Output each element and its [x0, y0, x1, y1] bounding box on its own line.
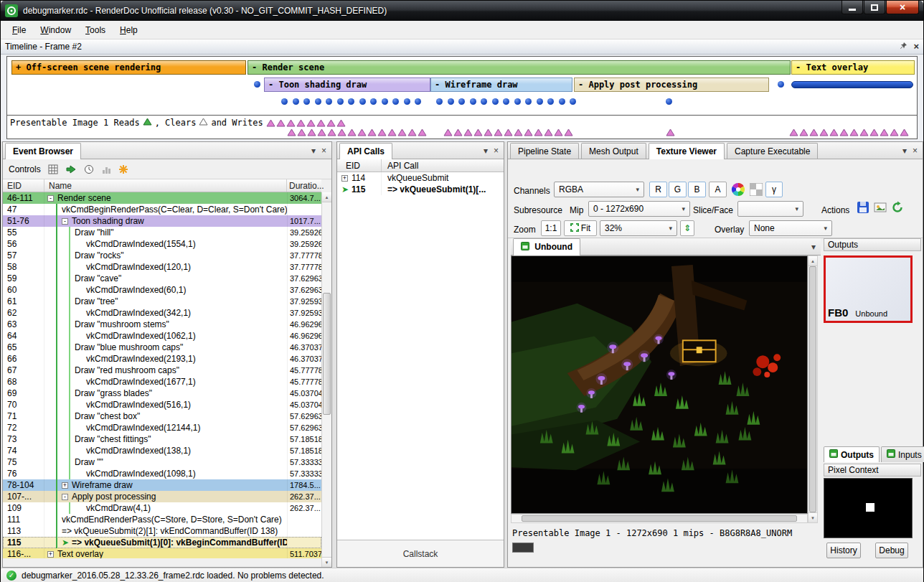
- tree-expander[interactable]: -: [62, 218, 68, 225]
- texture-list-dropdown-icon[interactable]: ▾: [811, 242, 816, 252]
- timeline-drawcall-dot[interactable]: [458, 98, 465, 105]
- event-row[interactable]: 60vkCmdDrawIndexed(60,1)37.62963: [3, 284, 321, 296]
- callstack-section[interactable]: Callstack: [337, 540, 504, 567]
- writes-markers[interactable]: [266, 119, 346, 127]
- tab-outputs[interactable]: Outputs: [824, 446, 880, 462]
- tab-mesh-output[interactable]: Mesh Output: [581, 143, 646, 159]
- timeline-drawcall-dot[interactable]: [570, 98, 576, 105]
- usage-markers[interactable]: [287, 128, 427, 136]
- timeline-drawcall-dot[interactable]: [666, 98, 672, 105]
- timeline-drawcall-dot[interactable]: [392, 98, 399, 105]
- scroll-up-icon[interactable]: ▲: [322, 192, 331, 202]
- timeline-bar[interactable]: - Apply post processing: [574, 78, 769, 92]
- event-row[interactable]: 71Draw "chest box"57.62963: [3, 410, 321, 422]
- event-row[interactable]: 74vkCmdDrawIndexed(138,1)57.18518: [3, 445, 321, 456]
- texture-preview-image[interactable]: [512, 256, 807, 513]
- timeline-drawcall-dot[interactable]: [281, 98, 288, 105]
- zoom-1-1-button[interactable]: 1:1: [541, 220, 561, 236]
- timeline-drawcall-dot[interactable]: [404, 98, 410, 105]
- column-name[interactable]: Name: [44, 179, 287, 192]
- color-wheel-icon[interactable]: [731, 182, 745, 199]
- tab-pipeline-state[interactable]: Pipeline State: [510, 143, 579, 159]
- timeline-drawcall-dot[interactable]: [315, 98, 321, 105]
- event-browser-scrollbar[interactable]: ▲ ▼: [321, 192, 331, 567]
- debug-button[interactable]: Debug: [875, 543, 908, 558]
- event-row[interactable]: 56vkCmdDrawIndexed(1554,1)39.25926: [3, 238, 321, 250]
- channel-g-button[interactable]: G: [669, 182, 687, 197]
- timeline-drawcall-dot[interactable]: [293, 98, 299, 105]
- zoom-fit-button[interactable]: Fit: [564, 220, 597, 236]
- slice-face-select[interactable]: ▾: [737, 201, 803, 217]
- scroll-down-icon[interactable]: ▼: [808, 512, 817, 522]
- history-button[interactable]: History: [826, 543, 861, 558]
- timeline-drawcall-dot[interactable]: [326, 98, 332, 105]
- filter-grid-icon[interactable]: [48, 164, 58, 174]
- export-image-icon[interactable]: [874, 201, 887, 216]
- usage-markers[interactable]: [443, 128, 573, 136]
- tab-capture-executable[interactable]: Capture Executable: [727, 143, 818, 159]
- scroll-up-icon[interactable]: ▲: [808, 256, 817, 266]
- tree-expander[interactable]: +: [62, 482, 68, 489]
- event-row[interactable]: 75Draw ""57.33333: [3, 456, 321, 468]
- titlebar[interactable]: debugmarker.rdc - RenderDoc Unofficial r…: [1, 1, 923, 21]
- dock-close-icon[interactable]: ×: [913, 146, 918, 156]
- stats-icon[interactable]: [101, 164, 111, 174]
- channel-r-button[interactable]: R: [649, 182, 667, 197]
- timeline-bar[interactable]: - Wireframe draw: [430, 78, 572, 92]
- timeline-bar[interactable]: - Render scene: [248, 60, 791, 75]
- timeline-drawcall-dot[interactable]: [370, 98, 377, 105]
- goto-current-icon[interactable]: [65, 164, 77, 174]
- gamma-button[interactable]: γ: [765, 182, 783, 197]
- tab-api-calls[interactable]: API Calls: [339, 143, 392, 159]
- close-button[interactable]: ×: [886, 1, 919, 14]
- usage-markers[interactable]: [789, 128, 909, 136]
- timer-icon[interactable]: [84, 164, 94, 174]
- api-call-row[interactable]: ➤115=> vkQueueSubmit(1)[...: [337, 184, 504, 195]
- timeline-drawcall-dot[interactable]: [254, 81, 260, 88]
- event-row[interactable]: 55Draw "hill"39.25926: [3, 227, 321, 238]
- column-eid[interactable]: EID: [3, 179, 44, 192]
- menu-help[interactable]: Help: [113, 22, 145, 38]
- dock-close-icon[interactable]: ×: [321, 146, 326, 156]
- column-eid[interactable]: EID: [337, 159, 382, 172]
- timeline-drawcall-dot[interactable]: [470, 98, 476, 105]
- maximize-button[interactable]: [864, 1, 885, 14]
- event-row[interactable]: 68vkCmdDrawIndexed(1677,1)45.77778: [3, 376, 321, 388]
- timeline-drawcall-dot[interactable]: [492, 98, 499, 105]
- timeline-bar[interactable]: - Toon shading draw: [264, 78, 430, 92]
- event-row[interactable]: 65Draw "blue mushroom caps"46.37037: [3, 342, 321, 353]
- scroll-down-icon[interactable]: ▼: [322, 557, 331, 567]
- dock-dropdown-icon[interactable]: ▾: [484, 146, 488, 156]
- menu-tools[interactable]: Tools: [78, 22, 113, 38]
- timeline-drawcall-dot[interactable]: [382, 98, 388, 105]
- event-row[interactable]: 57Draw "rocks"37.77778: [3, 250, 321, 261]
- dock-dropdown-icon[interactable]: ▾: [902, 146, 907, 156]
- pixel-context-canvas[interactable]: [824, 478, 913, 538]
- timeline-drawcall-dot[interactable]: [303, 98, 310, 105]
- event-row[interactable]: 70vkCmdDrawIndexed(516,1)45.03704: [3, 399, 321, 410]
- event-row[interactable]: 78-104+Wireframe draw1784.5...: [3, 479, 321, 491]
- event-row[interactable]: 111vkCmdEndRenderPass(C=Store, D=Store, …: [3, 514, 321, 525]
- event-row[interactable]: 69Draw "grass blades"45.03704: [3, 388, 321, 399]
- event-row[interactable]: 109vkCmdDraw(4,1)262.37...: [3, 502, 321, 514]
- tree-expander[interactable]: +: [47, 551, 54, 558]
- menu-window[interactable]: Window: [33, 22, 78, 38]
- tree-expander[interactable]: +: [341, 175, 348, 182]
- event-row[interactable]: 76vkCmdDrawIndexed(1098,1)57.33333: [3, 468, 321, 479]
- timeline-overlay-pill[interactable]: [791, 81, 913, 88]
- event-row[interactable]: 63Draw "mushroom stems"46.96296: [3, 319, 321, 330]
- event-row[interactable]: 61Draw "tree"37.92593: [3, 296, 321, 307]
- timeline-drawcall-dot[interactable]: [514, 98, 521, 105]
- close-panel-icon[interactable]: ×: [913, 42, 919, 51]
- column-duration[interactable]: Duratio...: [287, 179, 321, 192]
- checkerboard-icon[interactable]: [750, 183, 763, 198]
- texture-horizontal-scrollbar[interactable]: [511, 514, 808, 523]
- timeline-drawcall-dot[interactable]: [547, 98, 554, 105]
- zoom-select[interactable]: 32%▾: [600, 220, 677, 236]
- event-row[interactable]: 73Draw "chest fittings"57.18518: [3, 433, 321, 445]
- timeline-drawcall-dot[interactable]: [448, 98, 454, 105]
- refresh-icon[interactable]: [891, 201, 904, 216]
- timeline-drawcall-dot[interactable]: [359, 98, 366, 105]
- timeline-drawcall-dot[interactable]: [481, 98, 487, 105]
- event-row[interactable]: 116-...+Text overlay511.7037: [3, 548, 321, 558]
